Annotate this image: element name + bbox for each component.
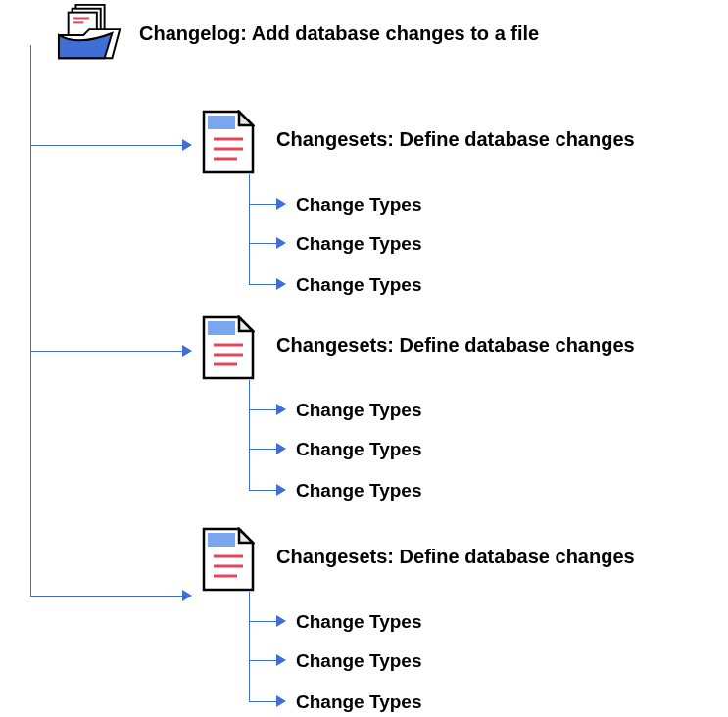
leaf-line — [249, 204, 276, 205]
change-type-label: Change Types — [296, 274, 421, 296]
change-type-label: Change Types — [296, 692, 421, 713]
changeset-label-3: Changesets: Define database changes — [276, 527, 635, 568]
change-type-node: Change Types — [296, 480, 421, 502]
leaf-line — [249, 660, 276, 661]
change-type-node: Change Types — [296, 400, 421, 421]
changeset-label-1: Changesets: Define database changes — [276, 110, 635, 151]
change-type-label: Change Types — [296, 611, 421, 633]
root-label: Changelog: Add database changes to a fil… — [139, 4, 539, 45]
arrow-icon — [276, 443, 286, 454]
leaf-line — [249, 243, 276, 244]
svg-rect-13 — [208, 533, 235, 547]
changeset-label-2: Changesets: Define database changes — [276, 315, 635, 357]
change-type-node: Change Types — [296, 233, 421, 255]
change-type-node: Change Types — [296, 439, 421, 460]
diagram-canvas: Changelog: Add database changes to a fil… — [0, 0, 728, 717]
leaf-line — [249, 449, 276, 450]
leaf-line — [249, 621, 276, 622]
changeset-node-1: Changesets: Define database changes — [194, 110, 635, 174]
change-type-node: Change Types — [296, 692, 421, 713]
changelog-folder-icon — [57, 4, 125, 63]
change-type-node: Change Types — [296, 274, 421, 296]
branch-line-1 — [30, 145, 182, 146]
arrow-icon — [276, 278, 286, 290]
arrow-icon — [276, 198, 286, 210]
svg-rect-9 — [208, 321, 235, 335]
document-icon — [194, 315, 263, 380]
trunk-line — [30, 45, 32, 596]
branch-line-3 — [30, 596, 182, 597]
change-type-node: Change Types — [296, 611, 421, 633]
changeset-node-3: Changesets: Define database changes — [194, 527, 635, 592]
svg-rect-5 — [208, 116, 235, 129]
sub-trunk-3 — [249, 592, 251, 701]
arrow-icon — [182, 345, 192, 357]
arrow-icon — [276, 615, 286, 627]
arrow-icon — [276, 404, 286, 415]
leaf-line — [249, 490, 276, 491]
changeset-node-2: Changesets: Define database changes — [194, 315, 635, 380]
change-type-label: Change Types — [296, 480, 421, 502]
change-type-node: Change Types — [296, 650, 421, 672]
arrow-icon — [276, 484, 286, 496]
change-type-label: Change Types — [296, 650, 421, 672]
arrow-icon — [276, 695, 286, 707]
leaf-line — [249, 409, 276, 410]
sub-trunk-2 — [249, 380, 251, 490]
change-type-label: Change Types — [296, 439, 421, 460]
root-node: Changelog: Add database changes to a fil… — [57, 4, 539, 63]
change-type-label: Change Types — [296, 194, 421, 215]
change-type-node: Change Types — [296, 194, 421, 215]
sub-trunk-1 — [249, 174, 251, 284]
arrow-icon — [276, 237, 286, 249]
document-icon — [194, 110, 263, 174]
arrow-icon — [182, 139, 192, 151]
branch-line-2 — [30, 351, 182, 352]
arrow-icon — [182, 590, 192, 601]
change-type-label: Change Types — [296, 400, 421, 421]
change-type-label: Change Types — [296, 233, 421, 255]
document-icon — [194, 527, 263, 592]
leaf-line — [249, 284, 276, 285]
leaf-line — [249, 701, 276, 702]
arrow-icon — [276, 654, 286, 666]
